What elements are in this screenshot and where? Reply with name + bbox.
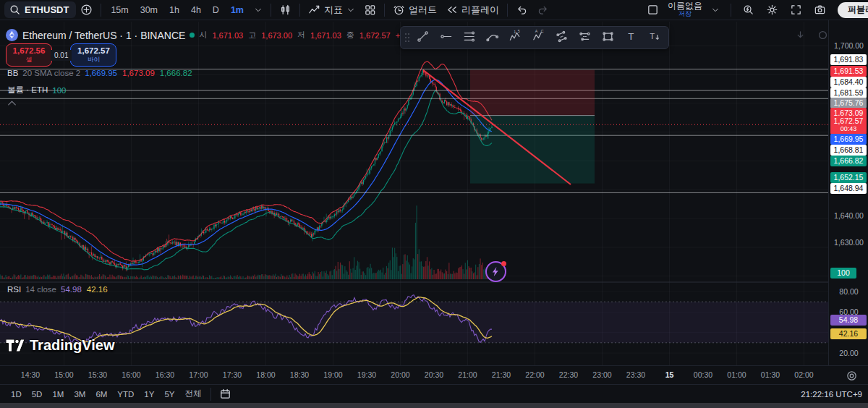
grid-layout-button[interactable] <box>359 1 380 18</box>
range-5Y[interactable]: 5Y <box>159 386 179 401</box>
time-label: 16:00 <box>122 370 140 379</box>
time-label: 02:00 <box>794 370 813 379</box>
alert-button[interactable]: 얼러트 <box>388 1 441 19</box>
time-axis-settings-icon[interactable] <box>846 370 858 382</box>
range-5D[interactable]: 5D <box>27 386 48 401</box>
timeframe-15m[interactable]: 15m <box>105 2 134 18</box>
range-YTD[interactable]: YTD <box>112 386 139 401</box>
settings-button[interactable] <box>762 1 783 18</box>
redo-icon <box>537 4 549 16</box>
indicators-label: 지표 <box>324 4 343 17</box>
sell-price: 1,672.56 <box>13 46 46 55</box>
tradingview-watermark: TradingView <box>6 337 114 354</box>
chevron-down-icon <box>254 6 263 14</box>
range-group: 1D5D1M3M6MYTD1Y5Y전체 <box>6 386 207 401</box>
toolbar-drag-handle[interactable] <box>404 27 411 48</box>
range-1Y[interactable]: 1Y <box>139 386 159 401</box>
drawing-toolbar: 15ACTT <box>400 26 669 49</box>
timeframe-30m[interactable]: 30m <box>135 2 163 18</box>
tool-elliott-impulse-button[interactable]: 15 <box>503 27 527 48</box>
timeframe-1m[interactable]: 1m <box>225 2 250 18</box>
time-label: 18:00 <box>256 370 275 379</box>
time-label: 21:00 <box>458 370 477 379</box>
symbol-search[interactable]: ETHUSDT <box>4 1 76 18</box>
divider <box>299 4 300 17</box>
trade-panel: 1,672.56 셀 0.01 1,672.57 바이 <box>6 43 116 67</box>
sell-button[interactable]: 1,672.56 셀 <box>6 43 52 67</box>
price-axis[interactable]: 1,700.001,691.831,691.531,684.401,681.59… <box>828 20 868 365</box>
volume-legend[interactable]: 볼륨 · ETH 100 <box>7 85 66 95</box>
tool-horizontal-ray-button[interactable] <box>434 27 457 48</box>
tool-rectangle-button[interactable] <box>596 27 619 48</box>
bottom-toolbar: 1D5D1M3M6MYTD1Y5Y전체 21:22:16 UTC+9 <box>0 384 868 403</box>
select-layout-button[interactable] <box>642 1 663 18</box>
rsi-legend[interactable]: RSI 14 close 54.9842.16 <box>7 285 108 294</box>
timeframe-D[interactable]: D <box>207 2 225 18</box>
time-axis[interactable]: 14:3015:0015:3016:0016:3017:0017:3018:00… <box>0 365 868 385</box>
reset-view-icon[interactable] <box>817 29 829 41</box>
watermark-text: TradingView <box>30 337 114 354</box>
trend-line-icon <box>416 30 430 46</box>
range-1M[interactable]: 1M <box>47 386 69 401</box>
symbol-legend[interactable]: Ethereum / TetherUS · 1 · BINANCE 시1,671… <box>6 29 451 41</box>
tool-text-button[interactable]: T <box>619 27 642 48</box>
tool-parallel-channel-button[interactable] <box>550 27 573 48</box>
layout-menu-button[interactable] <box>707 4 724 17</box>
layout-name-button[interactable]: 이름없음 저장 <box>666 2 704 18</box>
tool-elliott-correction-button[interactable]: AC <box>527 27 550 48</box>
tool-flat-channel-button[interactable] <box>573 27 596 48</box>
quick-search-button[interactable] <box>738 1 759 18</box>
price-label: 42.16 <box>830 328 867 339</box>
publish-button[interactable]: 퍼블리시 <box>838 2 868 18</box>
clock-label[interactable]: 21:22:16 UTC+9 <box>801 390 862 399</box>
tool-curve-button[interactable] <box>480 27 503 48</box>
indicators-icon <box>308 4 320 16</box>
range-1D[interactable]: 1D <box>6 386 27 401</box>
undo-button[interactable] <box>511 1 532 18</box>
pane-collapse-button[interactable] <box>6 97 18 112</box>
svg-text:C: C <box>540 30 543 33</box>
save-link[interactable]: 저장 <box>678 10 692 18</box>
indicators-button[interactable]: 지표 <box>304 1 359 19</box>
ohlc-value: 1,671.03 <box>212 31 243 40</box>
range-3M[interactable]: 3M <box>69 386 90 401</box>
replay-button[interactable]: 리플레이 <box>441 1 503 19</box>
rsi-value: 54.98 <box>61 285 82 294</box>
buy-button[interactable]: 1,672.57 바이 <box>70 43 116 67</box>
plus-circle-icon <box>80 4 93 16</box>
time-label: 15:30 <box>88 370 107 379</box>
replay-icon <box>446 4 458 16</box>
elliott-correction-icon: AC <box>532 30 545 46</box>
timeframe-1h[interactable]: 1h <box>163 2 185 18</box>
time-label: 23:30 <box>626 370 645 379</box>
add-symbol-button[interactable] <box>76 1 97 18</box>
range-전체[interactable]: 전체 <box>180 386 207 401</box>
price-tick: 1,630.00 <box>829 238 868 247</box>
fullscreen-button[interactable] <box>786 1 807 18</box>
gear-icon <box>766 4 778 16</box>
scroll-down-icon[interactable] <box>794 29 807 41</box>
range-6M[interactable]: 6M <box>90 386 112 401</box>
ohlc-value: 1,673.00 <box>261 31 292 40</box>
chevron-up-icon <box>6 97 18 109</box>
bb-legend[interactable]: BB 20 SMA close 2 1,669.951,673.091,666.… <box>7 69 192 77</box>
chart-style-button[interactable] <box>275 1 296 18</box>
rsi-values: 54.9842.16 <box>61 285 108 294</box>
price-label: 100 <box>830 268 856 279</box>
divider <box>507 4 508 17</box>
tool-trend-line-button[interactable] <box>411 27 434 48</box>
snapshot-button[interactable] <box>809 1 830 18</box>
goto-date-button[interactable] <box>215 386 236 402</box>
svg-text:5: 5 <box>517 30 519 33</box>
bb-value: 1,669.95 <box>85 69 117 77</box>
chevron-down-icon <box>346 6 355 14</box>
timeframe-4h[interactable]: 4h <box>185 2 207 18</box>
timeframe-menu-button[interactable] <box>250 4 267 17</box>
time-label: 14:30 <box>21 370 40 379</box>
replay-label: 리플레이 <box>461 4 499 17</box>
quick-trade-lightning-button[interactable] <box>485 261 506 282</box>
tool-fib-retracement-button[interactable] <box>457 27 480 48</box>
redo-button[interactable] <box>532 1 553 18</box>
tool-anchored-text-button[interactable]: T <box>642 27 665 48</box>
calendar-icon <box>219 388 231 400</box>
